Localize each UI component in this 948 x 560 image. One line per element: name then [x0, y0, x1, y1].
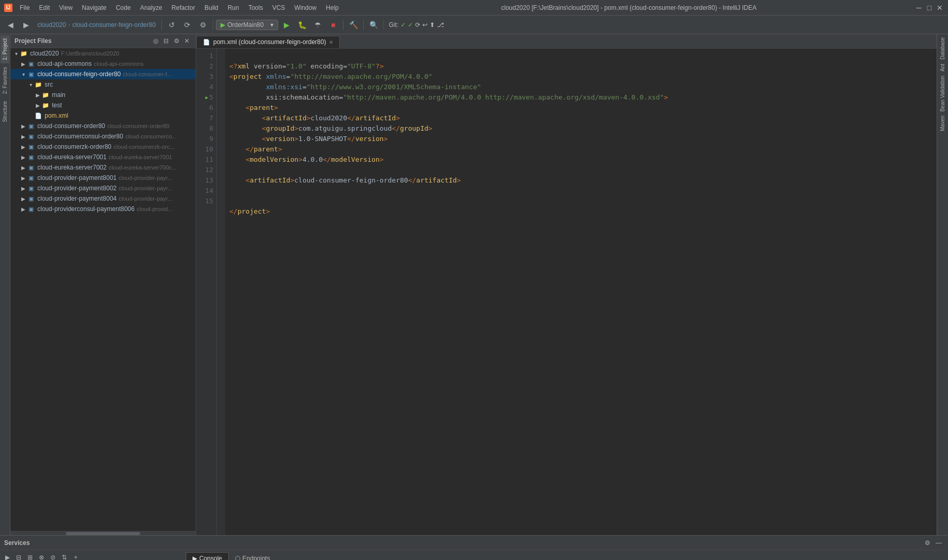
tab-project[interactable]: 1: Project — [1, 35, 9, 63]
menu-vcs[interactable]: VCS — [268, 3, 290, 12]
menu-refactor[interactable]: Refactor — [168, 3, 199, 12]
module-icon: ▣ — [27, 153, 35, 161]
rsidebar-ant[interactable]: Ant — [939, 62, 946, 74]
close-panel-button[interactable]: ✕ — [182, 36, 191, 46]
git-rollback-icon[interactable]: ↩ — [422, 21, 428, 29]
endpoints-tab[interactable]: ⬡ Endpoints — [229, 553, 276, 560]
add-svc-button[interactable]: + — [71, 552, 81, 561]
filter-svc-button[interactable]: ⊘ — [48, 552, 58, 561]
sync-button[interactable]: ⟳ — [180, 18, 195, 32]
item-name: cloud-providerconsul-payment8006 — [37, 205, 134, 213]
expand-icon: ▾ — [27, 81, 34, 88]
module-icon: ▣ — [27, 205, 35, 213]
expand-icon: ▶ — [20, 60, 27, 67]
editor-tab-pom-xml[interactable]: 📄 pom.xml (cloud-consumer-feign-order80)… — [196, 36, 340, 48]
panel-settings-button[interactable]: ⚙ — [172, 36, 181, 46]
tree-item-cloud-provider-payment8001[interactable]: ▶ ▣ cloud-provider-payment8001 cloud-pro… — [10, 173, 196, 183]
settings-button[interactable]: ⚙ — [196, 18, 210, 32]
console-tab[interactable]: ▶ Console — [186, 552, 229, 560]
menu-navigate[interactable]: Navigate — [78, 3, 111, 12]
tree-item-cloud-consumerconsul-order80[interactable]: ▶ ▣ cloud-consumerconsul-order80 cloud-c… — [10, 131, 196, 142]
tree-item-cloud-eureka-server7001[interactable]: ▶ ▣ cloud-eureka-server7001 cloud-eureka… — [10, 152, 196, 162]
expand-icon: ▶ — [20, 195, 27, 202]
back-button[interactable]: ◀ — [3, 18, 18, 32]
services-tree-panel: ▶ ⊟ ⊞ ⊗ ⊘ ⇅ + 🍃 Spring Boot ▶ Running — [0, 550, 186, 560]
tree-item-cloud-consumer-order80[interactable]: ▶ ▣ cloud-consumer-order80 cloud-consume… — [10, 121, 196, 131]
menu-edit[interactable]: Edit — [35, 3, 54, 12]
tree-item-cloud-consumer-feign-order80[interactable]: ▾ ▣ cloud-consumer-feign-order80 cloud-c… — [10, 69, 196, 79]
minimize-button[interactable]: ─ — [915, 4, 923, 12]
expand-icon: ▶ — [20, 143, 27, 150]
tree-item-main[interactable]: ▶ 📁 main — [10, 90, 196, 100]
tree-item-cloud-providerconsul-payment8006[interactable]: ▶ ▣ cloud-providerconsul-payment8006 clo… — [10, 204, 196, 214]
stop-button[interactable]: ■ — [326, 18, 340, 32]
tab-structure[interactable]: Structure — [1, 98, 9, 125]
refresh-button[interactable]: ↺ — [164, 18, 179, 32]
menu-help[interactable]: Help — [322, 3, 343, 12]
left-tab-strip: 1: Project 2: Favorites Structure — [0, 34, 10, 535]
menu-tools[interactable]: Tools — [244, 3, 267, 12]
rerun-button[interactable]: ▶ — [2, 552, 12, 561]
item-name: src — [45, 81, 53, 88]
group-svc-button[interactable]: ⊗ — [36, 552, 47, 561]
menu-view[interactable]: View — [55, 3, 77, 12]
menu-analyze[interactable]: Analyze — [136, 3, 167, 12]
expand-icon: ▶ — [20, 133, 27, 140]
menu-window[interactable]: Window — [290, 3, 321, 12]
menu-code[interactable]: Code — [112, 3, 135, 12]
module-icon: ▣ — [27, 122, 35, 130]
tree-item-test[interactable]: ▶ 📁 test — [10, 100, 196, 110]
code-editor[interactable]: 1 2 3 4 ▶5 6 7 8 9 10 11 12 13 14 15 <?x… — [196, 49, 937, 535]
tree-item-cloud2020[interactable]: ▾ 📁 cloud2020 F:\JetBrains\cloud2020 — [10, 48, 196, 59]
tree-item-cloud-eureka-server7002[interactable]: ▶ ▣ cloud-eureka-server7002 cloud-eureka… — [10, 162, 196, 173]
locate-file-button[interactable]: ◎ — [151, 36, 160, 46]
item-name: cloud-api-commons — [37, 60, 92, 67]
sort-svc-button[interactable]: ⇅ — [59, 552, 70, 561]
item-name: test — [52, 102, 62, 109]
rsidebar-bean-validation[interactable]: Bean Validation — [939, 74, 946, 114]
debug-button[interactable]: 🐛 — [295, 18, 309, 32]
close-button[interactable]: ✕ — [936, 4, 944, 12]
build-project-button[interactable]: 🔨 — [346, 18, 361, 32]
tab-close-button[interactable]: ✕ — [329, 39, 333, 45]
tree-item-cloud-api-commons[interactable]: ▶ ▣ cloud-api-commons cloud-api-commons — [10, 59, 196, 69]
git-history-icon[interactable]: ⟳ — [415, 21, 420, 29]
run-config-icon: ▶ — [221, 21, 225, 29]
collapse-all-button[interactable]: ⊟ — [161, 36, 171, 46]
project-panel-header: Project Files ◎ ⊟ ⚙ ✕ — [10, 34, 196, 48]
git-check-icon[interactable]: ✓ — [401, 21, 406, 29]
rsidebar-maven[interactable]: Maven — [939, 114, 946, 133]
item-name: cloud-provider-payment8001 — [37, 174, 117, 181]
git-branches-icon[interactable]: ⎇ — [437, 21, 444, 29]
tree-item-cloud-consumerzk-order80[interactable]: ▶ ▣ cloud-consumerzk-order80 cloud-consu… — [10, 142, 196, 152]
menu-run[interactable]: Run — [224, 3, 243, 12]
breadcrumb-module[interactable]: cloud-consumer-feign-order80 — [72, 21, 156, 29]
run-config-selector[interactable]: ▶ OrderMain80 ▾ — [216, 20, 278, 30]
tree-item-src[interactable]: ▾ 📁 src — [10, 79, 196, 90]
menu-file[interactable]: File — [16, 3, 34, 12]
file-tree: ▾ 📁 cloud2020 F:\JetBrains\cloud2020 ▶ ▣… — [10, 48, 196, 531]
run-button[interactable]: ▶ — [279, 18, 294, 32]
search-everywhere-button[interactable]: 🔍 — [366, 18, 381, 32]
breadcrumb-project[interactable]: cloud2020 — [37, 21, 66, 29]
git-push-icon[interactable]: ⬆ — [430, 21, 435, 29]
collapse-all-svc-button[interactable]: ⊟ — [13, 552, 24, 561]
tab-favorites[interactable]: 2: Favorites — [1, 64, 9, 97]
tree-item-pom-xml[interactable]: 📄 pom.xml — [10, 110, 196, 121]
expand-all-svc-button[interactable]: ⊞ — [25, 552, 35, 561]
maximize-button[interactable]: □ — [925, 4, 933, 12]
code-content[interactable]: <?xml version="1.0" encoding="UTF-8"?> <… — [225, 49, 937, 535]
module-icon: ▣ — [27, 174, 35, 182]
rsidebar-database[interactable]: Database — [939, 35, 946, 62]
tree-item-cloud-provider-payment8004[interactable]: ▶ ▣ cloud-provider-payment8004 cloud-pro… — [10, 193, 196, 204]
item-name: cloud2020 — [30, 50, 59, 57]
coverage-button[interactable]: ☂ — [310, 18, 325, 32]
minimize-panel-button[interactable]: — — [933, 538, 944, 548]
no-expand — [27, 112, 34, 119]
item-path: cloud-consumer-f... — [123, 71, 172, 77]
menu-build[interactable]: Build — [200, 3, 223, 12]
git-check2-icon[interactable]: ✓ — [408, 21, 413, 29]
forward-button[interactable]: ▶ — [19, 18, 33, 32]
tree-item-cloud-provider-payment8002[interactable]: ▶ ▣ cloud-provider-payment8002 cloud-pro… — [10, 183, 196, 193]
settings-icon[interactable]: ⚙ — [922, 538, 932, 548]
